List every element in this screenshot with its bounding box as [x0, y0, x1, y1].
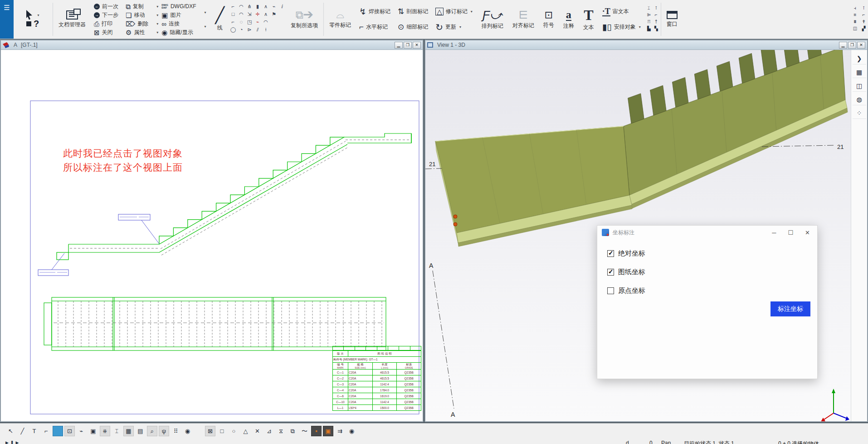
flag-icon[interactable]: ⚑ [270, 12, 278, 20]
arc2-icon[interactable]: ◠ [262, 20, 270, 27]
minimize-button[interactable]: ▁ [395, 42, 403, 49]
hatch-icon[interactable]: ⫽ [254, 27, 262, 35]
arc3-icon[interactable]: ◠ [237, 12, 245, 20]
align-top-icon[interactable]: ⊺ [653, 6, 660, 13]
revision-mark-button[interactable]: △修订标记▾ [435, 4, 473, 20]
level-mark-button[interactable]: ⌐水平标记 [359, 20, 390, 35]
image-button[interactable]: ▾▣图片 [156, 11, 196, 20]
document-manager-button[interactable]: 文档管理器 [54, 0, 90, 39]
drawing-window-titlebar[interactable]: A [GT-.1] ▁ ❐ ✕ [1, 40, 423, 50]
text-snap-icon[interactable]: T [29, 426, 39, 436]
noline-icon[interactable]: ⌁ [254, 20, 262, 27]
filter-arrows-icon[interactable]: ⇉ [335, 426, 345, 436]
dim3-icon[interactable]: ⍿ [262, 27, 270, 35]
note-button[interactable]: a 注释 [559, 0, 579, 39]
order-front-icon[interactable]: ▙ [645, 26, 653, 33]
filter-hourglass-icon[interactable]: ⧖ [276, 426, 286, 436]
spline-icon[interactable]: ⋔ [245, 4, 254, 12]
select-cursor-icon[interactable]: ↖ [5, 426, 16, 436]
dialog-titlebar[interactable]: 坐标标注 ─ ☐ ✕ [597, 226, 817, 239]
next-button[interactable]: →下一步 [94, 11, 118, 20]
snap-spark-icon[interactable]: ⌁ [76, 426, 87, 436]
components-pane-icon[interactable]: ⁘ [853, 107, 866, 119]
hide-show-button[interactable]: ▾◉隐藏/显示 [156, 28, 196, 37]
fillet-icon[interactable]: ◳ [245, 20, 254, 27]
order-back-icon[interactable]: ▚ [653, 26, 660, 33]
option-absolute-coordinates[interactable]: 绝对坐标 [607, 249, 817, 258]
grid-dense-icon[interactable]: ▦ [123, 426, 134, 436]
filter-selected2-icon[interactable]: ▣ [323, 426, 333, 436]
list-tool2-icon[interactable]: ⊺ [859, 6, 868, 13]
delete-button[interactable]: ⌦删除 [126, 20, 148, 28]
option-origin-coordinates[interactable]: 原点坐标 [607, 286, 817, 295]
maximize-button[interactable]: ❐ [848, 42, 856, 49]
window-button[interactable]: 窗口 [662, 0, 682, 39]
copy-button[interactable]: ⧉复制 [126, 2, 148, 11]
list-tool4-icon[interactable]: ⌐ [859, 13, 868, 20]
text-button[interactable]: T 文本 [579, 0, 599, 39]
detail-mark-button[interactable]: ⊙细部标记 [398, 20, 428, 35]
arrange-objects-button[interactable]: ▮▯安排对象▾ [602, 20, 642, 35]
plug-icon[interactable]: ψ [159, 426, 169, 436]
snap-frame-icon[interactable]: ▣ [88, 426, 98, 436]
arrange-marks-button[interactable]: Ƒ⤻ 排列标记 [477, 0, 508, 39]
organizer-icon[interactable]: ▦ [853, 66, 866, 78]
section-mark-button[interactable]: ⇅剖面标记 [398, 4, 428, 20]
cross-icon[interactable]: ✛ [254, 12, 262, 20]
filter-zigzag-icon[interactable]: 〜 [299, 426, 310, 436]
offset-icon[interactable]: ⇲ [245, 12, 254, 20]
blank-icon[interactable] [270, 20, 278, 27]
drawing-canvas[interactable]: 此时我已经点击了视图对象 所以标注在了这个视图上面 版 次 图 纸 说 明 构件… [1, 50, 423, 421]
rect-icon[interactable]: □ [229, 12, 237, 20]
dim1-icon[interactable]: ⅈ [278, 4, 286, 12]
angle2-icon[interactable]: ∧ [262, 12, 270, 20]
dialog-minimize-icon[interactable]: ─ [772, 229, 776, 236]
filter-corner-icon[interactable]: ⊿ [264, 426, 274, 436]
list-tool6-icon[interactable]: ✝ [859, 20, 868, 26]
filter-triangle-icon[interactable]: △ [240, 426, 251, 436]
annotate-coordinates-button[interactable]: 标注坐标 [770, 301, 810, 316]
eye-icon[interactable]: ◉ [182, 426, 193, 436]
update-button[interactable]: ↻更新▾ [435, 20, 473, 35]
minimize-button[interactable]: ▁ [839, 42, 847, 49]
filter-nox-icon[interactable]: ⧉ [288, 426, 298, 436]
ellipse-icon[interactable]: ◯ [229, 27, 237, 35]
option-sheet-coordinates[interactable]: 图纸坐标 [607, 268, 817, 276]
grid-sparse-icon[interactable]: ▤ [135, 426, 146, 436]
list-tool8-icon[interactable]: ▞ [859, 26, 868, 33]
align-right-icon[interactable]: ⌐ [653, 13, 660, 20]
link-button[interactable]: ▾∞连接 [156, 20, 196, 28]
weld-mark-button[interactable]: ↯焊接标记 [359, 4, 390, 20]
swatch-icon[interactable] [26, 21, 31, 26]
handle-dot[interactable] [454, 222, 457, 226]
blank3-icon[interactable] [270, 27, 278, 35]
list-tool-icon[interactable]: ⫞ [851, 6, 859, 13]
align-marks-button[interactable]: ⋿ 对齐标记 [508, 0, 539, 39]
blank4-icon[interactable] [278, 27, 286, 35]
zoom-snap-icon[interactable]: ⌕ [147, 426, 157, 436]
filter-circle-icon[interactable]: ○ [229, 426, 239, 436]
collapse-pane-icon[interactable]: ❯ [853, 53, 866, 64]
mesh-icon[interactable]: ⠿ [171, 426, 181, 436]
align-left-icon[interactable]: ⌶ [645, 6, 653, 13]
circle-icon[interactable]: ◌ [237, 20, 245, 27]
poly2-icon[interactable]: ⊳ [245, 27, 254, 35]
dwg-dxf-button[interactable]: ▾DWGDXFDWG/DXF [156, 2, 196, 11]
filter-x-icon[interactable]: ✕ [252, 426, 263, 436]
axis-icon[interactable]: ▮ [254, 4, 262, 12]
arc-icon[interactable]: ◠ [237, 4, 245, 12]
corner-icon[interactable]: ⌐ [229, 20, 237, 27]
color-swatch-icon[interactable] [53, 426, 63, 436]
filter-selected-icon[interactable]: ▪ [311, 426, 322, 436]
dialog-maximize-icon[interactable]: ☐ [788, 229, 793, 236]
snap-origin-icon[interactable]: ⊡ [64, 426, 75, 436]
filter-eye-icon[interactable]: ◉ [346, 426, 357, 436]
dialog-checkbox-0[interactable] [607, 250, 614, 257]
part-mark-button[interactable]: ⌓ 零件标记 [325, 0, 356, 39]
dialog-checkbox-2[interactable] [607, 287, 614, 294]
app-menu-button[interactable]: ☰ [0, 0, 14, 39]
close-window-button[interactable]: ✕ [857, 42, 865, 49]
free-line-icon[interactable]: ╱ [17, 426, 28, 436]
snap-h-icon[interactable]: ⌶ [112, 426, 122, 436]
web-pane-icon[interactable]: ◍ [853, 94, 866, 105]
